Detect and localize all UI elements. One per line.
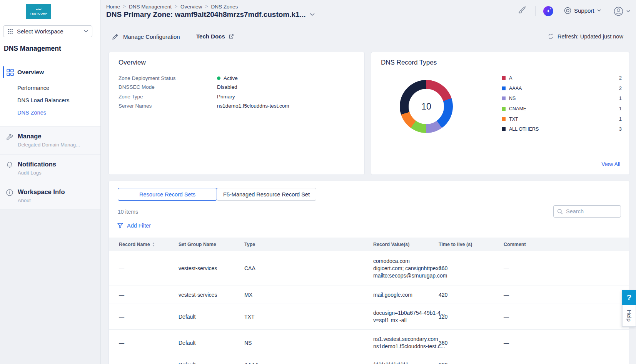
paintbrush-icon[interactable] bbox=[517, 5, 527, 15]
manage-configuration-button[interactable]: Manage Configuration bbox=[112, 33, 180, 40]
overview-field: Server Names ns1demo1.f5clouddns-test.co… bbox=[119, 102, 289, 109]
tab-f5-managed-resource-record-set[interactable]: F5-Managed Resource Record Set bbox=[217, 188, 316, 201]
legend-swatch bbox=[502, 76, 506, 80]
workspace-selector-label: Select Workspace bbox=[17, 28, 80, 35]
sidebar-item-notifications: Notifications bbox=[18, 161, 56, 168]
sidebar-item-dns-load-balancers[interactable]: DNS Load Balancers bbox=[17, 97, 69, 103]
legend-count: 3 bbox=[619, 126, 622, 132]
cell-record-name: — bbox=[119, 330, 124, 356]
legend-item[interactable]: CNAME bbox=[502, 106, 526, 112]
bell-icon bbox=[6, 161, 13, 169]
account-icon bbox=[614, 7, 623, 16]
table-row[interactable]: — Default AAAA 1111:1111:1111... 300 — bbox=[109, 356, 629, 364]
table-row[interactable]: — Default NS ns1.vestest.secondary.com n… bbox=[109, 330, 629, 356]
cell-record-values: ns1.vestest.secondary.com ns1demo1.f5clo… bbox=[373, 330, 445, 356]
legend-item[interactable]: NS bbox=[502, 95, 516, 101]
legend-count: 1 bbox=[619, 116, 622, 122]
divider bbox=[535, 6, 536, 16]
refresh-button[interactable]: Refresh: Updated just now bbox=[548, 33, 623, 40]
ai-assistant-button[interactable]: ✦ ✦ bbox=[543, 6, 553, 16]
legend-item[interactable]: ALL OTHERS bbox=[502, 126, 539, 132]
table-row[interactable]: — vestest-services MX mail.google.com 42… bbox=[109, 286, 629, 304]
cell-comment: — bbox=[504, 356, 509, 364]
column-type: Type bbox=[244, 238, 255, 251]
add-filter-button[interactable]: Add Filter bbox=[117, 223, 151, 229]
sidebar-item-performance[interactable]: Performance bbox=[17, 85, 49, 91]
table-row[interactable]: — Default TXT docusign=1b0a6754-49b1-4..… bbox=[109, 304, 629, 330]
support-menu[interactable]: Support bbox=[564, 7, 601, 14]
sidebar-section-workspace-info[interactable]: Workspace Info About bbox=[0, 182, 100, 209]
company-logo[interactable]: TESTCORP bbox=[26, 4, 51, 19]
tech-docs-link[interactable]: Tech Docs bbox=[196, 33, 234, 40]
refresh-status: Refresh: Updated just now bbox=[558, 33, 623, 40]
support-icon bbox=[564, 7, 571, 14]
table-row[interactable]: — vestest-services CAA comodoca.com digi… bbox=[109, 251, 629, 286]
search-input[interactable] bbox=[566, 208, 612, 214]
legend-count: 2 bbox=[619, 75, 622, 81]
logo-text: TESTCORP bbox=[30, 12, 48, 15]
legend-item[interactable]: TXT bbox=[502, 116, 518, 122]
breadcrumb-dns-zones[interactable]: DNS Zones bbox=[211, 4, 238, 10]
breadcrumb-home[interactable]: Home bbox=[106, 4, 120, 10]
sidebar-section-notifications[interactable]: Notifications Audit Logs bbox=[0, 155, 100, 182]
support-label: Support bbox=[574, 7, 594, 14]
breadcrumb-overview[interactable]: Overview bbox=[180, 4, 202, 10]
sidebar: TESTCORP Select Workspace DNS Management… bbox=[0, 0, 101, 364]
cell-record-values: docusign=1b0a6754-49b1-4... v=spf1 mx -a… bbox=[373, 304, 445, 329]
breadcrumb-separator: > bbox=[205, 4, 208, 9]
cell-record-name: — bbox=[119, 304, 124, 329]
cell-set-group: Default bbox=[179, 330, 195, 356]
cell-comment: — bbox=[504, 251, 509, 286]
dns-record-types-title: DNS Record Types bbox=[381, 59, 437, 66]
title-chevron-down-icon[interactable] bbox=[310, 13, 315, 16]
overview-field: DNSSEC Mode Disabled bbox=[119, 83, 237, 90]
cell-comment: — bbox=[504, 304, 509, 329]
cell-record-values: comodoca.com digicert.com; cansignhttpex… bbox=[373, 251, 447, 286]
cell-ttl: 420 bbox=[439, 286, 447, 304]
table-header: Record Name Set Group Name Type Record V… bbox=[109, 238, 629, 251]
column-record-name[interactable]: Record Name bbox=[119, 238, 155, 251]
legend-count: 1 bbox=[619, 95, 622, 101]
cell-comment: — bbox=[504, 286, 509, 304]
cell-comment: — bbox=[504, 330, 509, 356]
sidebar-item-manage: Manage bbox=[18, 133, 41, 140]
chevron-down-icon bbox=[626, 10, 630, 13]
overview-field: Zone Type Primary bbox=[119, 93, 235, 100]
sidebar-item-manage-subtitle: Delegated Domain Manag... bbox=[18, 142, 80, 148]
cell-record-values: mail.google.com bbox=[373, 286, 412, 304]
donut-chart[interactable]: 10 bbox=[400, 80, 453, 133]
view-all-link[interactable]: View All bbox=[601, 161, 620, 167]
help-question-icon: ? bbox=[622, 290, 636, 305]
legend-count: 1 bbox=[619, 106, 622, 111]
column-record-values: Record Value(s) bbox=[373, 238, 409, 251]
items-count: 10 items bbox=[118, 209, 138, 215]
chevron-down-icon bbox=[84, 30, 88, 33]
legend-swatch bbox=[502, 117, 506, 121]
legend-count: 2 bbox=[619, 85, 622, 91]
cell-record-name: — bbox=[119, 286, 124, 304]
bird-logo-icon bbox=[35, 8, 42, 11]
sidebar-section-manage[interactable]: Manage Delegated Domain Manag... bbox=[0, 126, 100, 155]
breadcrumb-separator: > bbox=[123, 4, 126, 9]
tab-resource-record-sets[interactable]: Resource Record Sets bbox=[118, 188, 217, 201]
breadcrumb-dns-management[interactable]: DNS Management bbox=[129, 4, 172, 10]
info-icon bbox=[6, 189, 13, 196]
overview-card: Overview Zone Deployment Status Active D… bbox=[109, 52, 365, 175]
cell-set-group: Default bbox=[179, 356, 195, 364]
app-root: TESTCORP Select Workspace DNS Management… bbox=[0, 0, 636, 364]
account-menu[interactable] bbox=[614, 7, 630, 16]
pencil-icon bbox=[112, 33, 119, 40]
legend-item[interactable]: AAAA bbox=[502, 85, 522, 91]
status-dot bbox=[217, 76, 220, 80]
cell-record-values: 1111:1111:1111... bbox=[373, 356, 413, 364]
sidebar-item-overview[interactable]: Overview bbox=[17, 69, 44, 76]
grid-icon bbox=[7, 28, 13, 34]
cell-type: CAA bbox=[244, 251, 255, 286]
help-tab[interactable]: ? Help bbox=[622, 290, 636, 327]
legend-item[interactable]: A bbox=[502, 75, 512, 81]
cell-ttl: 360 bbox=[439, 251, 447, 286]
breadcrumb-separator: > bbox=[175, 4, 177, 9]
sidebar-item-dns-zones[interactable]: DNS Zones bbox=[17, 110, 46, 116]
column-ttl: Time to live (s) bbox=[439, 238, 472, 251]
workspace-selector[interactable]: Select Workspace bbox=[3, 25, 92, 37]
